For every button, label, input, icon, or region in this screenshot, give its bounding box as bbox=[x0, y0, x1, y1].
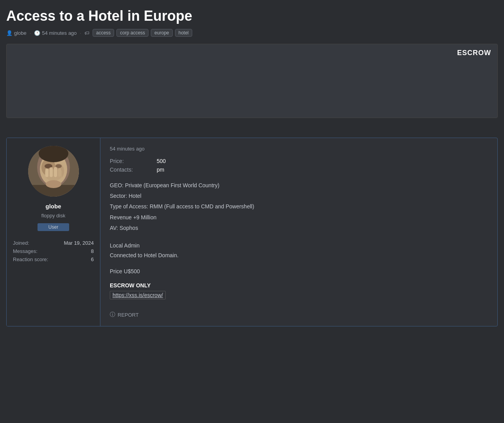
post-extra-details: Local Admin Connected to Hotel Domain. bbox=[110, 241, 488, 260]
escrow-banner-label: ESCROW bbox=[457, 49, 491, 57]
post-timestamp: 54 minutes ago bbox=[110, 146, 488, 152]
detail-av: AV: Sophos bbox=[110, 223, 488, 233]
svg-rect-11 bbox=[45, 168, 48, 177]
joined-label: Joined: bbox=[13, 240, 29, 246]
svg-rect-14 bbox=[58, 168, 61, 177]
user-role-badge: User bbox=[38, 223, 69, 231]
separator2: · bbox=[80, 30, 81, 36]
detail-access-type: Type of Access: RMM (Full access to CMD … bbox=[110, 202, 488, 212]
detail-geo: GEO: Private (European First World Count… bbox=[110, 181, 488, 190]
post-meta: 👤 globe · 🕐 54 minutes ago · 🏷 access co… bbox=[6, 29, 498, 37]
page-title: Access to a Hotel in Europe bbox=[6, 8, 498, 24]
user-stats: Joined: Mar 19, 2024 Messages: 8 Reactio… bbox=[13, 239, 94, 263]
sidebar-subtitle: floppy disk bbox=[41, 213, 65, 219]
contacts-label: Contacts: bbox=[110, 167, 157, 173]
report-label[interactable]: REPORT bbox=[118, 312, 139, 318]
svg-rect-13 bbox=[54, 167, 57, 177]
user-icon: 👤 bbox=[6, 30, 13, 36]
post-details: GEO: Private (European First World Count… bbox=[110, 181, 488, 233]
price-row: Price: 500 bbox=[110, 158, 488, 164]
reaction-row: Reaction score: 6 bbox=[13, 255, 94, 263]
time-ago: 54 minutes ago bbox=[42, 30, 77, 36]
detail-revenue: Revenue +9 Million bbox=[110, 213, 488, 222]
report-section[interactable]: ⓘ REPORT bbox=[110, 311, 488, 318]
tag-corp-access[interactable]: corp access bbox=[116, 29, 148, 37]
extra-hotel-domain: Connected to Hotel Domain. bbox=[110, 251, 488, 260]
extra-local-admin: Local Admin bbox=[110, 241, 488, 251]
svg-point-16 bbox=[46, 180, 61, 188]
joined-row: Joined: Mar 19, 2024 bbox=[13, 239, 94, 247]
reaction-label: Reaction score: bbox=[13, 256, 48, 262]
escrow-only-label: ESCROW ONLY bbox=[110, 282, 488, 289]
reaction-value: 6 bbox=[91, 256, 94, 262]
post-content: 54 minutes ago Price: 500 Contacts: pm G… bbox=[100, 138, 497, 326]
tags-container: access corp access europe hotel bbox=[93, 29, 192, 37]
price-value: 500 bbox=[157, 158, 166, 164]
messages-value: 8 bbox=[91, 248, 94, 254]
sidebar-username[interactable]: globe bbox=[46, 203, 61, 210]
price-note: Price U$500 bbox=[110, 268, 488, 274]
author-meta: 👤 globe bbox=[6, 30, 27, 36]
separator1: · bbox=[30, 30, 31, 36]
report-icon: ⓘ bbox=[110, 311, 115, 318]
contacts-row: Contacts: pm bbox=[110, 167, 488, 173]
price-label: Price: bbox=[110, 158, 157, 164]
banner-area: ESCROW bbox=[6, 44, 498, 118]
post-card: globe floppy disk User Joined: Mar 19, 2… bbox=[6, 138, 498, 326]
clock-icon: 🕐 bbox=[34, 30, 40, 36]
escrow-link[interactable]: https://xss.is/escrow/ bbox=[110, 291, 166, 299]
detail-sector: Sector: Hotel bbox=[110, 191, 488, 201]
author-name[interactable]: globe bbox=[14, 30, 27, 36]
svg-rect-12 bbox=[50, 167, 53, 177]
avatar bbox=[28, 146, 79, 197]
time-meta: 🕐 54 minutes ago bbox=[34, 30, 77, 36]
svg-point-5 bbox=[39, 146, 68, 162]
contacts-value: pm bbox=[157, 167, 164, 173]
joined-value: Mar 19, 2024 bbox=[64, 240, 94, 246]
tag-hotel[interactable]: hotel bbox=[175, 29, 192, 37]
messages-label: Messages: bbox=[13, 248, 38, 254]
tag-access[interactable]: access bbox=[93, 29, 114, 37]
messages-row: Messages: 8 bbox=[13, 247, 94, 255]
post-sidebar: globe floppy disk User Joined: Mar 19, 2… bbox=[7, 138, 100, 326]
post-info-table: Price: 500 Contacts: pm bbox=[110, 158, 488, 173]
tag-icon: 🏷 bbox=[84, 30, 89, 36]
tag-europe[interactable]: europe bbox=[151, 29, 172, 37]
